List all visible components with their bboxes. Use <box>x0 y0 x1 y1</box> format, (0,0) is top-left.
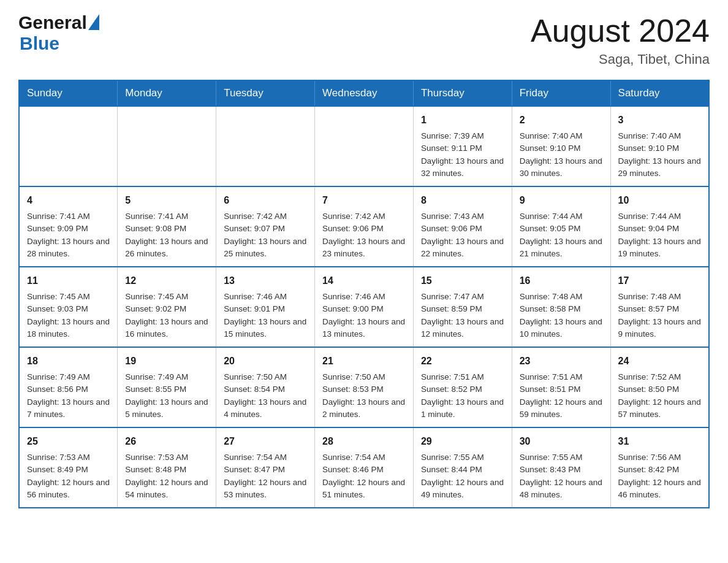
calendar-header-wednesday: Wednesday <box>315 80 414 106</box>
day-info: Sunrise: 7:48 AMSunset: 8:58 PMDaylight:… <box>520 291 603 340</box>
month-title: August 2024 <box>531 12 710 49</box>
day-number: 10 <box>618 193 701 208</box>
day-info: Sunrise: 7:41 AMSunset: 9:08 PMDaylight:… <box>125 210 208 260</box>
day-info: Sunrise: 7:52 AMSunset: 8:50 PMDaylight:… <box>618 371 701 421</box>
location: Saga, Tibet, China <box>531 52 710 67</box>
calendar-cell: 28Sunrise: 7:54 AMSunset: 8:46 PMDayligh… <box>315 427 414 508</box>
day-number: 6 <box>224 193 307 208</box>
title-area: August 2024 Saga, Tibet, China <box>531 12 710 67</box>
calendar-cell: 31Sunrise: 7:56 AMSunset: 8:42 PMDayligh… <box>610 427 709 508</box>
day-info: Sunrise: 7:55 AMSunset: 8:44 PMDaylight:… <box>421 451 504 501</box>
day-number: 15 <box>421 274 504 288</box>
calendar-cell: 11Sunrise: 7:45 AMSunset: 9:03 PMDayligh… <box>19 267 118 347</box>
calendar-cell: 10Sunrise: 7:44 AMSunset: 9:04 PMDayligh… <box>610 186 709 267</box>
day-number: 27 <box>224 434 307 449</box>
day-info: Sunrise: 7:40 AMSunset: 9:10 PMDaylight:… <box>520 130 603 180</box>
calendar-cell: 7Sunrise: 7:42 AMSunset: 9:06 PMDaylight… <box>315 186 414 267</box>
day-number: 20 <box>224 354 307 369</box>
calendar-cell <box>216 106 315 186</box>
day-number: 26 <box>125 434 208 449</box>
calendar-cell: 16Sunrise: 7:48 AMSunset: 8:58 PMDayligh… <box>512 267 610 347</box>
day-info: Sunrise: 7:44 AMSunset: 9:05 PMDaylight:… <box>520 210 603 260</box>
day-number: 29 <box>421 434 504 449</box>
day-info: Sunrise: 7:53 AMSunset: 8:49 PMDaylight:… <box>27 451 110 501</box>
calendar-header-tuesday: Tuesday <box>216 80 315 106</box>
calendar-cell: 19Sunrise: 7:49 AMSunset: 8:55 PMDayligh… <box>118 347 216 427</box>
day-number: 12 <box>125 274 208 288</box>
day-info: Sunrise: 7:51 AMSunset: 8:51 PMDaylight:… <box>520 371 603 421</box>
calendar-cell: 18Sunrise: 7:49 AMSunset: 8:56 PMDayligh… <box>19 347 118 427</box>
calendar-cell: 6Sunrise: 7:42 AMSunset: 9:07 PMDaylight… <box>216 186 315 267</box>
svg-marker-0 <box>88 14 99 30</box>
day-number: 30 <box>520 434 603 449</box>
calendar-cell: 29Sunrise: 7:55 AMSunset: 8:44 PMDayligh… <box>413 427 512 508</box>
day-number: 16 <box>520 274 603 288</box>
calendar-header-monday: Monday <box>118 80 216 106</box>
day-number: 23 <box>520 354 603 369</box>
calendar-cell: 12Sunrise: 7:45 AMSunset: 9:02 PMDayligh… <box>118 267 216 347</box>
day-info: Sunrise: 7:42 AMSunset: 9:07 PMDaylight:… <box>224 210 307 260</box>
calendar-header-sunday: Sunday <box>19 80 118 106</box>
day-info: Sunrise: 7:46 AMSunset: 9:00 PMDaylight:… <box>322 291 406 340</box>
day-number: 5 <box>125 193 208 208</box>
day-number: 18 <box>27 354 110 369</box>
day-number: 21 <box>322 354 406 369</box>
day-number: 8 <box>421 193 504 208</box>
day-number: 28 <box>322 434 406 449</box>
calendar-cell: 15Sunrise: 7:47 AMSunset: 8:59 PMDayligh… <box>413 267 512 347</box>
day-number: 4 <box>27 193 110 208</box>
day-info: Sunrise: 7:39 AMSunset: 9:11 PMDaylight:… <box>421 130 504 180</box>
day-number: 2 <box>520 113 603 128</box>
calendar-week-1: 1Sunrise: 7:39 AMSunset: 9:11 PMDaylight… <box>19 106 709 186</box>
calendar-cell: 2Sunrise: 7:40 AMSunset: 9:10 PMDaylight… <box>512 106 610 186</box>
calendar-header-saturday: Saturday <box>610 80 709 106</box>
day-info: Sunrise: 7:40 AMSunset: 9:10 PMDaylight:… <box>618 130 701 180</box>
calendar-cell: 4Sunrise: 7:41 AMSunset: 9:09 PMDaylight… <box>19 186 118 267</box>
day-number: 25 <box>27 434 110 449</box>
day-number: 17 <box>618 274 701 288</box>
day-info: Sunrise: 7:53 AMSunset: 8:48 PMDaylight:… <box>125 451 208 501</box>
day-number: 22 <box>421 354 504 369</box>
day-number: 9 <box>520 193 603 208</box>
day-number: 3 <box>618 113 701 128</box>
calendar-cell <box>315 106 414 186</box>
day-number: 7 <box>322 193 406 208</box>
day-info: Sunrise: 7:45 AMSunset: 9:03 PMDaylight:… <box>27 291 110 340</box>
calendar-week-4: 18Sunrise: 7:49 AMSunset: 8:56 PMDayligh… <box>19 347 709 427</box>
calendar-cell: 25Sunrise: 7:53 AMSunset: 8:49 PMDayligh… <box>19 427 118 508</box>
day-info: Sunrise: 7:42 AMSunset: 9:06 PMDaylight:… <box>322 210 406 260</box>
day-info: Sunrise: 7:48 AMSunset: 8:57 PMDaylight:… <box>618 291 701 340</box>
calendar-cell: 26Sunrise: 7:53 AMSunset: 8:48 PMDayligh… <box>118 427 216 508</box>
day-number: 24 <box>618 354 701 369</box>
calendar-cell: 21Sunrise: 7:50 AMSunset: 8:53 PMDayligh… <box>315 347 414 427</box>
day-info: Sunrise: 7:54 AMSunset: 8:47 PMDaylight:… <box>224 451 307 501</box>
page-header: General Blue August 2024 Saga, Tibet, Ch… <box>18 12 710 67</box>
day-number: 13 <box>224 274 307 288</box>
day-info: Sunrise: 7:43 AMSunset: 9:06 PMDaylight:… <box>421 210 504 260</box>
calendar-cell <box>118 106 216 186</box>
calendar-week-5: 25Sunrise: 7:53 AMSunset: 8:49 PMDayligh… <box>19 427 709 508</box>
calendar-cell: 14Sunrise: 7:46 AMSunset: 9:00 PMDayligh… <box>315 267 414 347</box>
calendar-week-2: 4Sunrise: 7:41 AMSunset: 9:09 PMDaylight… <box>19 186 709 267</box>
day-number: 31 <box>618 434 701 449</box>
day-number: 11 <box>27 274 110 288</box>
day-info: Sunrise: 7:56 AMSunset: 8:42 PMDaylight:… <box>618 451 701 501</box>
calendar-cell: 23Sunrise: 7:51 AMSunset: 8:51 PMDayligh… <box>512 347 610 427</box>
day-info: Sunrise: 7:51 AMSunset: 8:52 PMDaylight:… <box>421 371 504 421</box>
calendar-cell <box>19 106 118 186</box>
calendar-cell: 20Sunrise: 7:50 AMSunset: 8:54 PMDayligh… <box>216 347 315 427</box>
calendar-header-thursday: Thursday <box>413 80 512 106</box>
calendar-cell: 22Sunrise: 7:51 AMSunset: 8:52 PMDayligh… <box>413 347 512 427</box>
calendar-cell: 5Sunrise: 7:41 AMSunset: 9:08 PMDaylight… <box>118 186 216 267</box>
day-info: Sunrise: 7:49 AMSunset: 8:55 PMDaylight:… <box>125 371 208 421</box>
day-info: Sunrise: 7:49 AMSunset: 8:56 PMDaylight:… <box>27 371 110 421</box>
logo-general-text: General <box>18 12 87 33</box>
day-info: Sunrise: 7:45 AMSunset: 9:02 PMDaylight:… <box>125 291 208 340</box>
calendar-week-3: 11Sunrise: 7:45 AMSunset: 9:03 PMDayligh… <box>19 267 709 347</box>
calendar-cell: 27Sunrise: 7:54 AMSunset: 8:47 PMDayligh… <box>216 427 315 508</box>
day-info: Sunrise: 7:47 AMSunset: 8:59 PMDaylight:… <box>421 291 504 340</box>
calendar-cell: 8Sunrise: 7:43 AMSunset: 9:06 PMDaylight… <box>413 186 512 267</box>
calendar-header-row: SundayMondayTuesdayWednesdayThursdayFrid… <box>19 80 709 106</box>
logo-triangle-icon <box>88 14 99 30</box>
calendar-cell: 3Sunrise: 7:40 AMSunset: 9:10 PMDaylight… <box>610 106 709 186</box>
